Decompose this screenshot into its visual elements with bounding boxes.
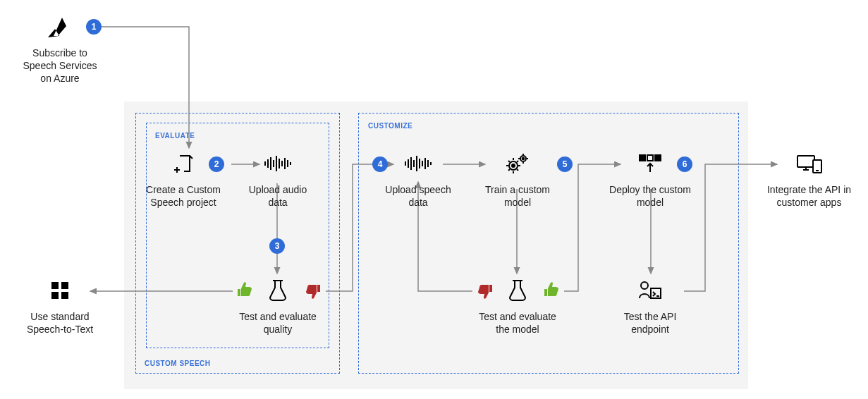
custom-speech-box-label: CUSTOM SPEECH (145, 360, 211, 367)
gears-icon (475, 149, 560, 178)
step-upload-audio-label: Upload audio data (241, 183, 314, 209)
svg-rect-32 (655, 155, 661, 161)
customize-box-label: CUSTOMIZE (368, 122, 412, 130)
user-terminal-icon (608, 276, 692, 305)
svg-point-26 (512, 164, 515, 167)
step-use-standard-label: Use standard Speech-to-Text (18, 310, 102, 336)
badge-3: 3 (269, 238, 285, 254)
step-deploy-model-label: Deploy the custom model (608, 183, 692, 209)
thumb-up-green-icon (236, 282, 253, 302)
svg-rect-14 (61, 292, 68, 299)
step-subscribe-label: Subscribe to Speech Services on Azure (18, 47, 102, 85)
svg-rect-35 (797, 156, 814, 167)
badge-2: 2 (209, 156, 224, 172)
grid-squares-icon (18, 276, 102, 305)
step-upload-speech-label: Upload speech data (379, 183, 457, 209)
svg-rect-13 (51, 292, 59, 299)
step-test-quality-label: Test and evaluate quality (236, 310, 320, 336)
step-upload-audio: Upload audio data (241, 149, 314, 209)
step-train-model: Train a custom model (475, 149, 560, 209)
svg-point-33 (641, 282, 648, 289)
step-integrate: Integrate the API in customer apps (765, 149, 853, 209)
svg-point-28 (522, 158, 525, 160)
step-train-model-label: Train a custom model (475, 183, 560, 209)
step-test-model-label: Test and evaluate the model (475, 310, 560, 336)
step-test-endpoint: Test the API endpoint (608, 276, 692, 336)
thumb-up-green-icon (543, 282, 560, 302)
step-use-standard: Use standard Speech-to-Text (18, 276, 102, 336)
svg-rect-12 (61, 282, 68, 289)
devices-icon (765, 149, 853, 178)
badge-5: 5 (557, 156, 573, 172)
step-upload-speech: Upload speech data (379, 149, 457, 209)
badge-1: 1 (86, 19, 102, 35)
svg-rect-31 (647, 155, 653, 161)
audio-waveform-icon (379, 149, 457, 178)
svg-rect-11 (51, 282, 59, 289)
step-integrate-label: Integrate the API in customer apps (765, 183, 853, 209)
badge-6: 6 (677, 156, 692, 172)
svg-rect-30 (640, 155, 645, 161)
thumb-down-red-icon (477, 283, 494, 303)
thumb-down-red-icon (305, 283, 322, 303)
step-create-project-label: Create a Custom Speech project (141, 183, 226, 209)
audio-waveform-icon (241, 149, 314, 178)
step-test-endpoint-label: Test the API endpoint (608, 310, 692, 336)
evaluate-box-label: EVALUATE (155, 132, 195, 140)
badge-4: 4 (372, 156, 388, 172)
